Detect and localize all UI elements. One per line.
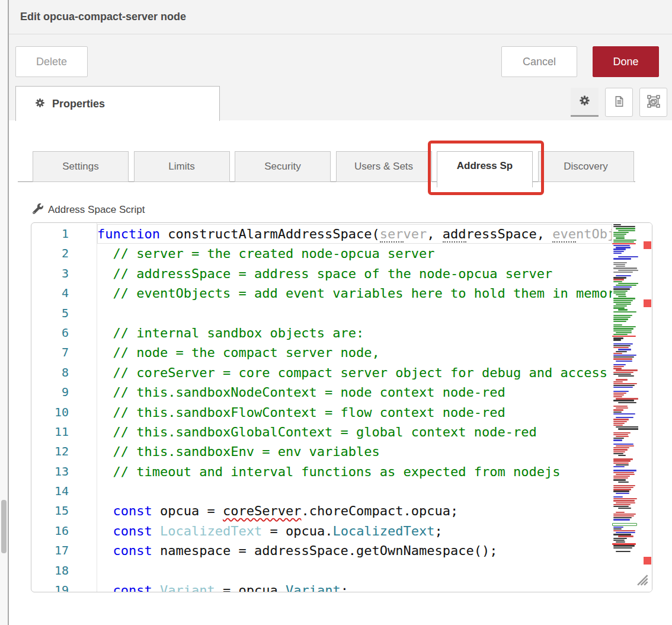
line-number: 8 xyxy=(31,363,97,382)
code-line-8: // coreServer = core compact server obje… xyxy=(97,363,612,382)
gear-icon xyxy=(579,95,590,108)
line-number: 12 xyxy=(31,442,97,461)
annotation-highlight-box xyxy=(428,141,544,195)
code-line-11: // this.sandboxGlobalContext = global co… xyxy=(97,422,612,442)
code-line-7: // node = the compact server node, xyxy=(97,343,612,362)
line-number: 7 xyxy=(31,343,97,362)
tab-limits[interactable]: Limits xyxy=(134,151,230,182)
editor-code-area[interactable]: function constructAlarmAddressSpace(serv… xyxy=(97,224,612,592)
tab-users-sets[interactable]: Users & Sets xyxy=(336,151,432,182)
code-line-2: // server = the created node-opcua serve… xyxy=(97,244,612,263)
error-marker[interactable] xyxy=(644,557,651,565)
document-icon xyxy=(613,95,625,109)
line-number: 19 xyxy=(31,581,97,592)
edit-node-dialog: Edit opcua-compact-server node Delete Ca… xyxy=(9,0,672,625)
editor-resize-grip[interactable] xyxy=(635,573,648,586)
tab-settings[interactable]: Settings xyxy=(33,151,129,182)
tab-discovery[interactable]: Discovery xyxy=(538,151,634,182)
node-appearance-button[interactable] xyxy=(639,88,667,117)
line-number: 14 xyxy=(31,481,97,501)
line-number: 10 xyxy=(31,403,97,422)
code-line-9: // this.sandboxNodeContext = node contex… xyxy=(97,382,612,402)
code-line-18 xyxy=(97,561,612,581)
code-line-15: const opcua = coreServer.choreCompact.op… xyxy=(97,501,612,521)
line-number: 13 xyxy=(31,462,97,481)
section-header: Address Space Script xyxy=(33,203,145,216)
line-number: 11 xyxy=(31,422,97,442)
line-number: 2 xyxy=(31,244,97,263)
code-line-12: // this.sandboxEnv = env variables xyxy=(97,442,612,461)
page-left-scrollbar[interactable] xyxy=(0,0,8,625)
line-number: 4 xyxy=(31,283,97,303)
properties-tab-row: Properties xyxy=(9,86,672,121)
line-number: 17 xyxy=(31,541,97,560)
line-number: 1 xyxy=(31,224,97,244)
line-number: 5 xyxy=(31,304,97,323)
code-line-1: function constructAlarmAddressSpace(serv… xyxy=(97,224,612,244)
code-line-14 xyxy=(97,481,612,501)
cancel-button[interactable]: Cancel xyxy=(501,46,577,77)
line-number: 3 xyxy=(31,264,97,283)
code-line-16: const LocalizedText = opcua.LocalizedTex… xyxy=(97,521,612,541)
tab-properties[interactable]: Properties xyxy=(15,86,220,121)
line-number: 6 xyxy=(31,323,97,343)
line-number: 9 xyxy=(31,382,97,402)
line-number: 15 xyxy=(31,501,97,521)
code-line-19: const Variant = opcua.Variant; xyxy=(97,581,612,592)
code-line-17: const namespace = addressSpace.getOwnNam… xyxy=(97,541,612,560)
node-appearance-icon xyxy=(647,95,660,110)
dialog-toolbar: Delete Cancel Done xyxy=(9,34,672,86)
section-label: Address Space Script xyxy=(48,204,145,216)
gear-icon xyxy=(35,98,45,110)
editor-overview-ruler[interactable] xyxy=(638,223,652,592)
editor-gutter: 12345678910111213141516171819 xyxy=(31,224,97,592)
error-marker[interactable] xyxy=(644,241,651,249)
delete-button[interactable]: Delete xyxy=(15,46,88,77)
dialog-content: SettingsLimitsSecurityUsers & SetsAddres… xyxy=(9,120,672,625)
editor-type-buttons xyxy=(571,88,667,117)
error-marker[interactable] xyxy=(644,299,651,307)
editor-minimap[interactable] xyxy=(612,224,638,592)
line-number: 18 xyxy=(31,561,97,581)
code-line-13: // timeout and interval functions as exp… xyxy=(97,462,612,481)
code-line-3: // addressSpace = address space of the n… xyxy=(97,264,612,283)
dialog-header: Edit opcua-compact-server node xyxy=(9,0,672,34)
done-button[interactable]: Done xyxy=(593,46,659,77)
node-properties-button[interactable] xyxy=(571,88,599,117)
node-description-button[interactable] xyxy=(605,88,633,117)
tab-security[interactable]: Security xyxy=(235,151,331,182)
wrench-icon xyxy=(33,203,43,216)
line-number: 16 xyxy=(31,521,97,541)
properties-tab-label: Properties xyxy=(52,98,105,110)
code-editor[interactable]: 12345678910111213141516171819 function c… xyxy=(31,222,652,592)
dialog-title: Edit opcua-compact-server node xyxy=(20,11,186,23)
page-left-scrollbar-thumb[interactable] xyxy=(1,500,7,553)
code-line-4: // eventObjects = add event variables he… xyxy=(97,283,612,303)
code-line-5 xyxy=(97,304,612,323)
code-line-10: // this.sandboxFlowContext = flow contex… xyxy=(97,403,612,422)
code-line-6: // internal sandbox objects are: xyxy=(97,323,612,343)
